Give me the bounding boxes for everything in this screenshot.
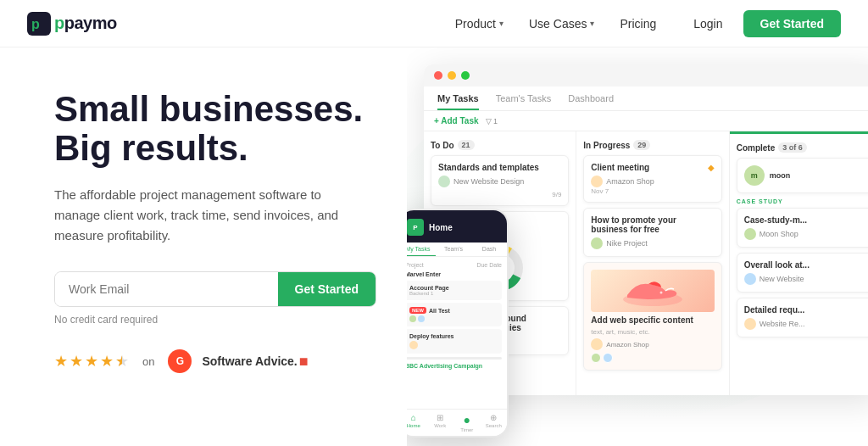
avatar [591,237,603,249]
avatar-group [409,341,498,349]
avatar [744,228,756,240]
avatar-group [591,353,714,363]
login-button[interactable]: Login [680,12,736,36]
email-input[interactable] [55,272,278,306]
card-detailed: Detailed requ... Website Re... [737,298,868,337]
window-minimize-dot [448,71,456,80]
shoe-image [591,270,714,312]
avatar: m [744,165,765,186]
star-4: ★ [100,352,114,371]
svg-point-8 [659,292,662,294]
avatar [603,353,613,363]
card-moon: m moon [737,158,868,193]
todo-count: 21 [458,140,475,150]
project-label: Project [407,262,424,268]
complete-column: Complete 3 of 6 m moon CASE STUDY Case-s… [730,131,868,395]
hero-section: Small businesses. Big results. The affor… [0,47,868,446]
logo-text: ppaymo [54,14,117,33]
search-icon: ⊕ [490,413,497,422]
mobile-app-overlay: P Home My Tasks Team's Dash Project Due … [407,209,509,438]
paymo-logo-icon: p [27,12,51,36]
hero-left: Small businesses. Big results. The affor… [0,47,407,446]
logo[interactable]: p ppaymo [27,12,117,36]
chevron-down-icon: ▾ [590,19,594,28]
divider [407,357,502,360]
priority-icon: ◆ [708,163,715,172]
card-shoe: Add web specific content text, art, musi… [583,262,721,371]
nav-product[interactable]: Product ▾ [445,12,514,36]
mobile-tab-team[interactable]: Team's [436,243,471,256]
software-advice-logo: Software Advice.■ [202,353,308,371]
nav-use-cases[interactable]: Use Cases ▾ [519,12,604,36]
star-2: ★ [70,352,83,371]
avatar-group [409,315,498,322]
mobile-nav-home[interactable]: ⌂ Home [407,413,427,432]
tab-my-tasks[interactable]: My Tasks [437,93,479,110]
card-date: Nov 7 [591,187,714,195]
card-promote: How to promote your business for free Ni… [583,208,721,257]
star-3: ★ [85,352,98,371]
work-icon: ⊞ [437,413,443,422]
inprogress-column: In Progress 29 Client meeting ◆ Amazon S… [576,131,729,395]
hero-get-started-button[interactable]: Get Started [278,272,376,306]
star-half: ★ ★ [115,352,129,371]
star-1: ★ [54,352,68,371]
mobile-task-deploy: Deploy features [407,329,502,354]
g2-logo: G [168,349,192,373]
avatar [591,353,601,363]
mobile-task-alltest: NEW All Test [407,303,502,326]
mobile-nav-search[interactable]: ⊕ Search [481,413,508,432]
window-close-dot [434,71,442,80]
navigation: p ppaymo Product ▾ Use Cases ▾ Pricing L… [0,0,868,47]
avatar [744,318,756,330]
card-client-meeting: Client meeting ◆ Amazon Shop Nov 7 [583,155,721,203]
mobile-header: P Home [407,210,507,243]
inprogress-count: 29 [633,140,650,150]
avatar [744,273,756,285]
avatar [409,315,416,322]
mobile-home-label: Home [429,223,453,232]
window-tabs: My Tasks Team's Tasks Dashboard [424,86,868,111]
avatar [418,315,425,322]
nav-links: Product ▾ Use Cases ▾ Pricing [445,12,667,36]
card-case-study: Case-study-m... Moon Shop [737,208,868,248]
mobile-bottom-nav: ⌂ Home ⊞ Work ● Timer ⊕ Search [407,409,507,436]
star-rating: ★ ★ ★ ★ ★ ★ [54,352,129,371]
progress-text: 9/9 [438,191,561,198]
mobile-nav-work[interactable]: ⊞ Work [427,413,454,432]
tab-team-tasks[interactable]: Team's Tasks [496,93,551,110]
card-description: text, art, music, etc. [591,328,714,336]
avatar [409,341,418,349]
shoe-svg [619,274,687,308]
mobile-tab-dashboard[interactable]: Dash [471,243,507,256]
new-badge: NEW [409,307,426,314]
inprogress-header: In Progress 29 [583,140,721,150]
reviews-section: ★ ★ ★ ★ ★ ★ on G Software Advice.■ [54,349,366,373]
duedate-label: Due Date [476,262,502,268]
home-icon: ⌂ [411,413,416,422]
mobile-tabs: My Tasks Team's Dash [407,243,507,257]
avatar [438,176,450,187]
no-credit-card-text: No credit card required [54,314,366,326]
bbc-item: BBC Advertising Campaign [407,363,502,369]
add-task-label[interactable]: + Add Task [434,116,479,125]
avatar [591,176,603,187]
hero-right: My Tasks Team's Tasks Dashboard + Add Ta… [407,47,868,446]
avatar [591,338,603,350]
svg-text:p: p [31,17,40,31]
mobile-logo: P [407,219,424,236]
tab-dashboard[interactable]: Dashboard [568,93,614,110]
nav-get-started-button[interactable]: Get Started [743,10,841,37]
add-task-bar: + Add Task ▽ 1 [424,111,868,131]
mobile-tab-tasks[interactable]: My Tasks [407,243,436,256]
mobile-section-title: Marvel Enter [407,271,502,277]
timer-icon: ● [464,413,470,426]
card-overall: Overall look at... New Website [737,253,868,293]
filter-icon: ▽ 1 [486,117,498,125]
chevron-down-icon: ▾ [499,19,504,28]
hero-subtext: The affordable project management softwa… [54,185,359,246]
complete-count: 3 of 6 [778,142,807,153]
mobile-nav-timer[interactable]: ● Timer [453,413,481,432]
case-study-tag: CASE STUDY [737,198,868,204]
nav-pricing[interactable]: Pricing [609,12,666,36]
